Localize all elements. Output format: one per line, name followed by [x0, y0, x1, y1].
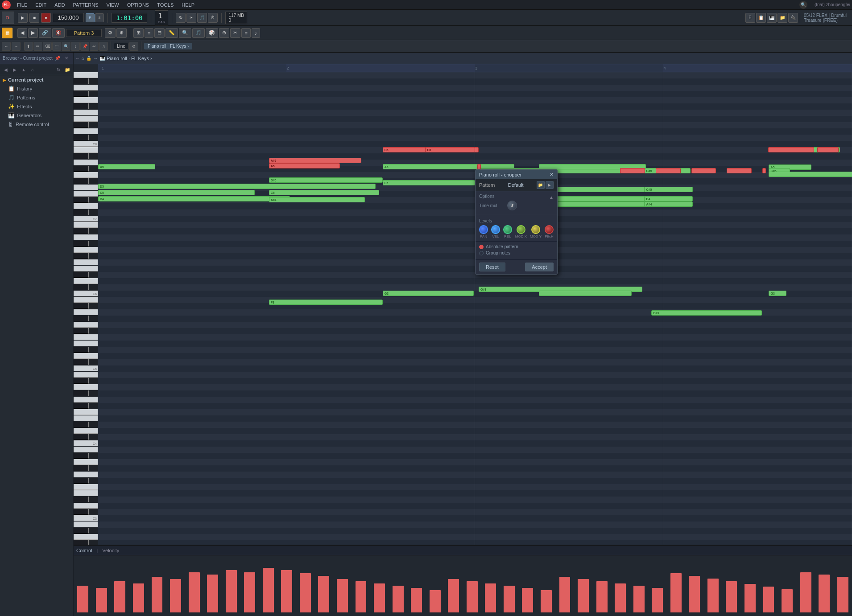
chopper-folder-btn[interactable]: 📁	[537, 181, 545, 189]
prev-pattern-btn[interactable]: ◀	[17, 28, 27, 38]
chopper-title-bar[interactable]: Piano roll - chopper ✕	[476, 170, 557, 179]
piano-key-B6[interactable]	[74, 222, 98, 228]
menu-options[interactable]: OPTIONS	[125, 2, 151, 8]
chopper-accept-btn[interactable]: Accept	[525, 263, 554, 271]
piano-key-A2[interactable]	[74, 534, 98, 540]
piano-key-B5[interactable]	[74, 297, 98, 303]
piano-key-B3[interactable]	[74, 447, 98, 452]
browser-folder-btn[interactable]: 📁	[63, 66, 71, 74]
chopper-reset-btn[interactable]: Reset	[479, 263, 505, 271]
pattern-name[interactable]: Pattern 3	[66, 29, 102, 37]
prop-btn[interactable]: ≡	[241, 28, 250, 38]
piano-key-D6[interactable]	[74, 278, 98, 284]
piano-key-Ab4[interactable]	[74, 390, 89, 396]
stop-button[interactable]: ■	[29, 13, 39, 23]
pr-back-icon[interactable]: ←	[75, 56, 80, 61]
piano-key-F3[interactable]	[74, 484, 98, 490]
piano-key-Ab6[interactable]	[74, 241, 89, 246]
note-red-11[interactable]	[817, 147, 839, 152]
piano-key-C5[interactable]: C5	[74, 365, 98, 371]
velocity-tab[interactable]: Velocity	[102, 548, 119, 553]
piano-key-Db7[interactable]	[74, 209, 89, 215]
note-red-5[interactable]	[620, 168, 645, 173]
piano-key-C8[interactable]: C8	[74, 141, 98, 147]
browser-home-btn[interactable]: ⌂	[29, 66, 37, 74]
piano-key-G8[interactable]	[74, 97, 98, 103]
browser-btn[interactable]: 📁	[778, 13, 787, 23]
note-green-17[interactable]: B4	[644, 196, 692, 201]
loop-tool[interactable]: ↩	[90, 42, 99, 51]
chopper-vel-knob[interactable]	[491, 225, 500, 234]
note-green-27[interactable]	[539, 291, 631, 296]
browser-back-btn[interactable]: ◀	[2, 66, 10, 74]
piano-key-B4[interactable]	[74, 372, 98, 378]
tab-piano-roll[interactable]: Piano roll · FL Keys ›	[144, 43, 192, 49]
piano-key-D3[interactable]	[74, 503, 98, 509]
menu-file[interactable]: FILE	[15, 2, 29, 8]
bpm-display[interactable]: 150.000	[53, 13, 84, 22]
piano-key-Ab3[interactable]	[74, 465, 89, 471]
note-red-10[interactable]	[768, 147, 815, 152]
chopper-collapse-btn[interactable]: ▲	[549, 195, 554, 200]
current-project-label[interactable]: Current project	[8, 77, 43, 82]
piano-key-Ab2[interactable]	[74, 540, 89, 545]
note-red-1[interactable]: A5	[269, 163, 340, 168]
piano-key-A3[interactable]	[74, 459, 98, 465]
note-green-5[interactable]: A#4	[269, 197, 365, 202]
piano-key-Ab5[interactable]	[74, 316, 89, 321]
piano-key-G3[interactable]	[74, 472, 98, 477]
piano-key-F7[interactable]	[74, 185, 98, 190]
piano-key-E3[interactable]	[74, 490, 98, 496]
search-icon[interactable]: 🔍	[799, 1, 807, 9]
piano-key-Bb8[interactable]	[74, 78, 89, 84]
chopper-rel-knob[interactable]	[503, 225, 512, 234]
menu-edit[interactable]: EDIT	[33, 2, 48, 8]
zoom-btn[interactable]: 🔍	[179, 28, 191, 38]
slice-btn[interactable]: ✂	[230, 28, 240, 38]
piano-key-G4[interactable]	[74, 397, 98, 402]
piano-key-F5[interactable]	[74, 334, 98, 340]
note-red-3[interactable]: C6	[425, 147, 475, 152]
snap-tool[interactable]: 📌	[80, 42, 89, 51]
piano-key-E8[interactable]	[74, 116, 98, 122]
piano-key-D5[interactable]	[74, 353, 98, 359]
punch-btn[interactable]: ✂	[186, 13, 196, 23]
piano-key-F4[interactable]	[74, 409, 98, 415]
pr-lock-icon[interactable]: 🔒	[86, 56, 91, 61]
note-red-8[interactable]	[727, 168, 752, 173]
chopper-pitch-knob[interactable]	[545, 225, 554, 234]
mixer-btn[interactable]: 🎚	[745, 13, 755, 23]
back-nav-btn[interactable]: ←	[2, 42, 11, 51]
piano-key-A4[interactable]	[74, 384, 98, 390]
pr-tab-label[interactable]: Piano roll · FL Keys ›	[107, 56, 152, 61]
browser-fwd-btn[interactable]: ▶	[11, 66, 19, 74]
next-pattern-btn[interactable]: ▶	[28, 28, 38, 38]
piano-key-Gb8[interactable]	[74, 103, 89, 109]
loop-btn[interactable]: ↻	[176, 13, 186, 23]
piano-key-D7[interactable]	[74, 203, 98, 209]
piano-key-F8[interactable]	[74, 110, 98, 115]
sidebar-item-effects[interactable]: ✨ Effects	[0, 102, 73, 111]
piano-key-Eb8[interactable]	[74, 122, 89, 128]
menu-help[interactable]: HELP	[180, 2, 196, 8]
grid-area[interactable]: 1 2 3 4 D5 C5	[98, 64, 852, 545]
note-green-0[interactable]: D5	[98, 184, 376, 189]
piano-key-Db6[interactable]	[74, 284, 89, 290]
link-btn[interactable]: 🔗	[39, 28, 51, 38]
stamp-btn[interactable]: ⊞	[133, 28, 144, 38]
step-seq-btn[interactable]: ▦	[2, 28, 12, 38]
pattern-mode-btn[interactable]: P	[86, 13, 95, 22]
piano-key-B7[interactable]	[74, 147, 98, 153]
note-green-24[interactable]: G3	[769, 291, 786, 296]
note-green-25[interactable]: A5	[98, 164, 155, 169]
note-red-0[interactable]: A#5	[269, 158, 361, 163]
piano-key-Db4[interactable]	[74, 434, 89, 440]
note-green-1[interactable]: C5	[98, 190, 255, 195]
piano-key-G5[interactable]	[74, 322, 98, 328]
piano-key-E6[interactable]	[74, 266, 98, 271]
select-tool[interactable]: ⬚	[52, 42, 61, 51]
piano-key-Db5[interactable]	[74, 359, 89, 365]
metro-btn[interactable]: 🎵	[197, 13, 207, 23]
fwd-nav-btn[interactable]: →	[12, 42, 21, 51]
tap-btn[interactable]: ⏱	[208, 13, 218, 23]
